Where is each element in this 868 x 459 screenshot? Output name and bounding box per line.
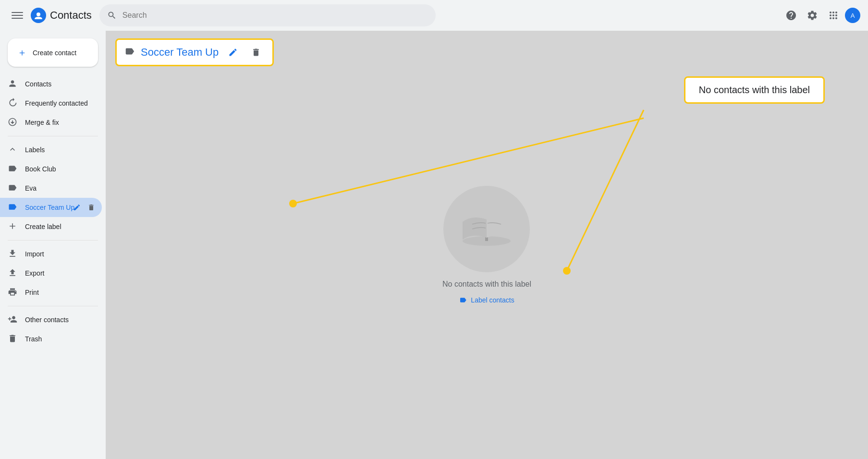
add-icon: ＋: [17, 46, 27, 59]
svg-rect-1: [12, 15, 23, 16]
merge-icon: [8, 117, 17, 128]
history-icon: [8, 98, 17, 109]
create-label-text: Create label: [25, 223, 61, 230]
label-contacts-link[interactable]: Label contacts: [459, 296, 514, 304]
empty-state: No contacts with this label Label contac…: [442, 186, 531, 304]
menu-button[interactable]: [8, 6, 27, 25]
help-button[interactable]: [782, 6, 801, 25]
layout: ＋ Create contact Contacts Frequently con…: [0, 0, 868, 459]
topbar: Contacts A: [0, 0, 868, 31]
topbar-right: A: [782, 6, 860, 25]
profile-avatar[interactable]: A: [845, 8, 860, 23]
delete-label-button[interactable]: [85, 201, 98, 214]
label-contacts-link-text: Label contacts: [471, 296, 514, 304]
label-display-icon: [124, 46, 135, 59]
import-icon: [8, 249, 17, 260]
app-icon: [31, 8, 46, 23]
label-icon-eva: [8, 183, 17, 194]
label-icon-book-club: [8, 164, 17, 175]
edit-label-button[interactable]: [70, 201, 84, 214]
sidebar: ＋ Create contact Contacts Frequently con…: [0, 31, 106, 459]
label-title-area: Soccer Team Up: [115, 38, 274, 66]
print-label: Print: [25, 289, 39, 296]
svg-rect-0: [12, 12, 23, 13]
trash-icon: [8, 334, 17, 345]
logo-area: Contacts: [31, 8, 92, 23]
settings-button[interactable]: [803, 6, 822, 25]
apps-button[interactable]: [824, 6, 843, 25]
other-contacts-icon: [8, 314, 17, 326]
sidebar-item-create-label[interactable]: Create label: [0, 217, 102, 236]
frequently-contacted-label: Frequently contacted: [25, 99, 88, 107]
search-icon: [107, 11, 117, 20]
sidebar-item-other-contacts[interactable]: Other contacts: [0, 310, 102, 329]
add-label-icon: [8, 221, 17, 232]
expand-less-icon: [8, 145, 17, 156]
app-title: Contacts: [50, 9, 92, 22]
svg-point-9: [563, 267, 571, 275]
callout-no-contacts: No contacts with this label: [684, 76, 825, 104]
svg-line-8: [567, 110, 644, 271]
create-contact-button[interactable]: ＋ Create contact: [8, 38, 98, 67]
divider-3: [8, 306, 98, 306]
search-bar[interactable]: [99, 4, 436, 26]
svg-point-7: [289, 200, 297, 207]
sidebar-item-export[interactable]: Export: [0, 264, 102, 283]
sidebar-item-eva[interactable]: Eva: [0, 179, 102, 198]
sidebar-item-trash[interactable]: Trash: [0, 329, 102, 349]
divider-2: [8, 240, 98, 241]
main-content: Soccer Team Up: [106, 31, 868, 459]
edit-active-label-button[interactable]: [224, 44, 242, 61]
active-label-display: Soccer Team Up: [115, 38, 274, 66]
label-link-icon: [459, 296, 467, 304]
search-input[interactable]: [122, 11, 428, 20]
sidebar-item-import[interactable]: Import: [0, 244, 102, 264]
create-contact-label: Create contact: [33, 49, 76, 57]
empty-state-text: No contacts with this label: [442, 280, 531, 289]
empty-book-icon: [443, 186, 530, 272]
sidebar-item-print[interactable]: Print: [0, 283, 102, 302]
sidebar-item-merge-fix[interactable]: Merge & fix: [0, 113, 102, 132]
trash-label: Trash: [25, 335, 42, 343]
svg-point-3: [37, 12, 40, 16]
sidebar-item-contacts[interactable]: Contacts: [0, 74, 102, 94]
eva-label: Eva: [25, 184, 37, 192]
sidebar-item-soccer-team-up[interactable]: Soccer Team Up: [0, 198, 102, 217]
merge-fix-label: Merge & fix: [25, 119, 59, 126]
other-contacts-label: Other contacts: [25, 316, 69, 324]
labels-header-text: Labels: [25, 146, 45, 154]
book-club-label: Book Club: [25, 165, 56, 173]
import-label: Import: [25, 250, 44, 258]
sidebar-item-book-club[interactable]: Book Club: [0, 159, 102, 179]
active-label-text: Soccer Team Up: [141, 46, 219, 59]
callout-text: No contacts with this label: [699, 85, 810, 95]
svg-rect-2: [12, 18, 23, 19]
export-label: Export: [25, 269, 44, 277]
person-icon: [8, 79, 17, 90]
print-icon: [8, 287, 17, 298]
soccer-label: Soccer Team Up: [25, 204, 94, 211]
export-icon: [8, 268, 17, 279]
contacts-label: Contacts: [25, 80, 51, 88]
sidebar-item-frequently-contacted[interactable]: Frequently contacted: [0, 94, 102, 113]
delete-active-label-button[interactable]: [247, 44, 265, 61]
label-icon-soccer: [8, 202, 17, 213]
divider-1: [8, 136, 98, 136]
labels-header[interactable]: Labels: [0, 140, 106, 159]
